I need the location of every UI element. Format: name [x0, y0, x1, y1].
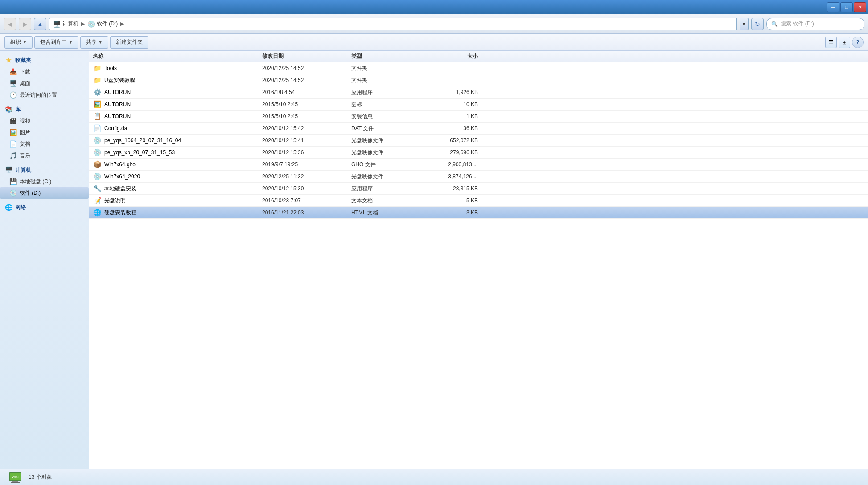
table-row[interactable]: 📁 U盘安装教程 2020/12/25 14:52 文件夹	[89, 74, 868, 86]
table-row[interactable]: 📋 AUTORUN 2015/5/10 2:45 安装信息 1 KB	[89, 111, 868, 123]
svg-text:WIN: WIN	[12, 475, 19, 479]
file-date-8: 2019/9/7 19:25	[259, 161, 348, 168]
computer-header: 🖥️ 计算机	[0, 164, 89, 176]
include-library-button[interactable]: 包含到库中 ▼	[34, 36, 78, 49]
file-type-icon-4: 📋	[93, 112, 102, 121]
include-label: 包含到库中	[40, 38, 67, 46]
sidebar-item-music[interactable]: 🎵 音乐	[0, 150, 89, 161]
table-row[interactable]: 📝 光盘说明 2016/10/23 7:07 文本文档 5 KB	[89, 195, 868, 207]
table-row[interactable]: 🖼️ AUTORUN 2015/5/10 2:45 图标 10 KB	[89, 99, 868, 111]
libraries-section: 📚 库 🎬 视频 🖼️ 图片 📄 文档 🎵 音乐	[0, 103, 89, 161]
sidebar-item-pictures[interactable]: 🖼️ 图片	[0, 127, 89, 138]
new-folder-button[interactable]: 新建文件夹	[110, 36, 148, 49]
favorites-star-icon: ★	[4, 56, 12, 64]
close-button[interactable]: ✕	[854, 2, 866, 12]
file-type-icon-8: 📦	[93, 160, 102, 169]
file-type-icon-7: 💿	[93, 148, 102, 157]
table-row[interactable]: 💿 pe_yqs_1064_20_07_31_16_04 2020/10/12 …	[89, 135, 868, 147]
file-date-5: 2020/10/12 15:42	[259, 125, 348, 132]
favorites-section: ★ 收藏夹 📥 下载 🖥️ 桌面 🕐 最近访问的位置	[0, 54, 89, 101]
table-row[interactable]: 🔧 本地硬盘安装 2020/10/12 15:30 应用程序 28,315 KB	[89, 183, 868, 195]
sidebar-item-local-c[interactable]: 💾 本地磁盘 (C:)	[0, 176, 89, 187]
libraries-icon: 📚	[4, 105, 12, 113]
file-name-11: 📝 光盘说明	[89, 196, 259, 205]
file-type-5: DAT 文件	[348, 125, 419, 132]
table-row[interactable]: 🌐 硬盘安装教程 2016/11/21 22:03 HTML 文档 3 KB	[89, 207, 868, 219]
file-date-3: 2015/5/10 2:45	[259, 101, 348, 107]
status-app-icon: WIN	[7, 469, 23, 485]
preview-pane-button[interactable]: ⊞	[839, 37, 850, 48]
status-count: 13 个对象	[29, 473, 52, 481]
file-size-12: 3 KB	[419, 210, 481, 216]
column-size[interactable]: 大小	[419, 53, 481, 60]
svg-rect-4	[11, 482, 20, 483]
software-d-icon: 💿	[9, 189, 17, 197]
file-type-icon-0: 📁	[93, 64, 102, 73]
file-date-12: 2016/11/21 22:03	[259, 210, 348, 216]
table-row[interactable]: 📄 Config.dat 2020/10/12 15:42 DAT 文件 36 …	[89, 123, 868, 135]
up-button[interactable]: ▲	[34, 18, 46, 30]
table-row[interactable]: 📁 Tools 2020/12/25 14:52 文件夹	[89, 62, 868, 74]
file-name-8: 📦 Win7x64.gho	[89, 160, 259, 169]
forward-button[interactable]: ▶	[19, 18, 31, 30]
file-size-10: 28,315 KB	[419, 185, 481, 192]
file-type-icon-10: 🔧	[93, 184, 102, 193]
main-container: ★ 收藏夹 📥 下载 🖥️ 桌面 🕐 最近访问的位置 📚 库	[0, 51, 868, 469]
help-button[interactable]: ?	[852, 37, 864, 48]
table-row[interactable]: 💿 Win7x64_2020 2020/12/25 11:32 光盘映像文件 3…	[89, 171, 868, 183]
file-date-0: 2020/12/25 14:52	[259, 65, 348, 71]
column-date[interactable]: 修改日期	[259, 53, 348, 60]
file-name-2: ⚙️ AUTORUN	[89, 88, 259, 97]
network-header: 🌐 网络	[0, 201, 89, 213]
file-rows-container: 📁 Tools 2020/12/25 14:52 文件夹 📁 U盘安装教程 20…	[89, 62, 868, 219]
table-row[interactable]: ⚙️ AUTORUN 2016/1/8 4:54 应用程序 1,926 KB	[89, 86, 868, 99]
sidebar-item-desktop[interactable]: 🖥️ 桌面	[0, 78, 89, 89]
file-type-icon-9: 💿	[93, 172, 102, 181]
file-name-5: 📄 Config.dat	[89, 124, 259, 133]
file-date-11: 2016/10/23 7:07	[259, 197, 348, 204]
downloads-icon: 📥	[9, 68, 17, 76]
toolbar: 组织 ▼ 包含到库中 ▼ 共享 ▼ 新建文件夹 ☰ ⊞ ?	[0, 34, 868, 51]
column-name[interactable]: 名称	[89, 53, 259, 60]
file-name-7: 💿 pe_yqs_xp_20_07_31_15_53	[89, 148, 259, 157]
search-icon: 🔍	[771, 21, 778, 27]
sidebar-item-software-d[interactable]: 💿 软件 (D:)	[0, 187, 89, 199]
sidebar-item-recent[interactable]: 🕐 最近访问的位置	[0, 89, 89, 101]
refresh-button[interactable]: ↻	[751, 18, 764, 30]
organize-button[interactable]: 组织 ▼	[4, 36, 33, 49]
network-label: 网络	[15, 204, 26, 211]
file-type-1: 文件夹	[348, 77, 419, 84]
file-type-12: HTML 文档	[348, 209, 419, 217]
sidebar: ★ 收藏夹 📥 下载 🖥️ 桌面 🕐 最近访问的位置 📚 库	[0, 51, 89, 469]
file-type-4: 安装信息	[348, 113, 419, 120]
sidebar-item-documents[interactable]: 📄 文档	[0, 138, 89, 150]
file-date-4: 2015/5/10 2:45	[259, 113, 348, 119]
table-row[interactable]: 💿 pe_yqs_xp_20_07_31_15_53 2020/10/12 15…	[89, 147, 868, 159]
share-button[interactable]: 共享 ▼	[80, 36, 108, 49]
column-type[interactable]: 类型	[348, 53, 419, 60]
breadcrumb-sep2: ▶	[120, 21, 124, 27]
favorites-label: 收藏夹	[15, 57, 31, 64]
file-date-2: 2016/1/8 4:54	[259, 89, 348, 95]
view-toggle-button[interactable]: ☰	[825, 37, 837, 48]
search-box[interactable]: 🔍 搜索 软件 (D:)	[766, 18, 864, 30]
address-bar: ◀ ▶ ▲ 🖥️ 计算机 ▶ 💿 软件 (D:) ▶ ▼ ↻ 🔍 搜索 软件 (…	[0, 14, 868, 34]
table-row[interactable]: 📦 Win7x64.gho 2019/9/7 19:25 GHO 文件 2,90…	[89, 159, 868, 171]
video-icon: 🎬	[9, 117, 17, 125]
breadcrumb-computer[interactable]: 计算机	[62, 20, 78, 28]
share-dropdown-icon: ▼	[99, 40, 103, 45]
address-dropdown-button[interactable]: ▼	[740, 18, 749, 30]
music-icon: 🎵	[9, 152, 17, 160]
sidebar-item-video[interactable]: 🎬 视频	[0, 115, 89, 127]
minimize-button[interactable]: ─	[827, 2, 839, 12]
pictures-label: 图片	[20, 129, 30, 136]
maximize-button[interactable]: □	[840, 2, 853, 12]
file-name-10: 🔧 本地硬盘安装	[89, 184, 259, 193]
breadcrumb-drive[interactable]: 软件 (D:)	[97, 20, 118, 28]
file-size-8: 2,900,813 ...	[419, 161, 481, 168]
sidebar-item-downloads[interactable]: 📥 下载	[0, 66, 89, 78]
organize-label: 组织	[10, 38, 21, 46]
libraries-header: 📚 库	[0, 103, 89, 115]
file-size-2: 1,926 KB	[419, 89, 481, 95]
back-button[interactable]: ◀	[4, 18, 16, 30]
